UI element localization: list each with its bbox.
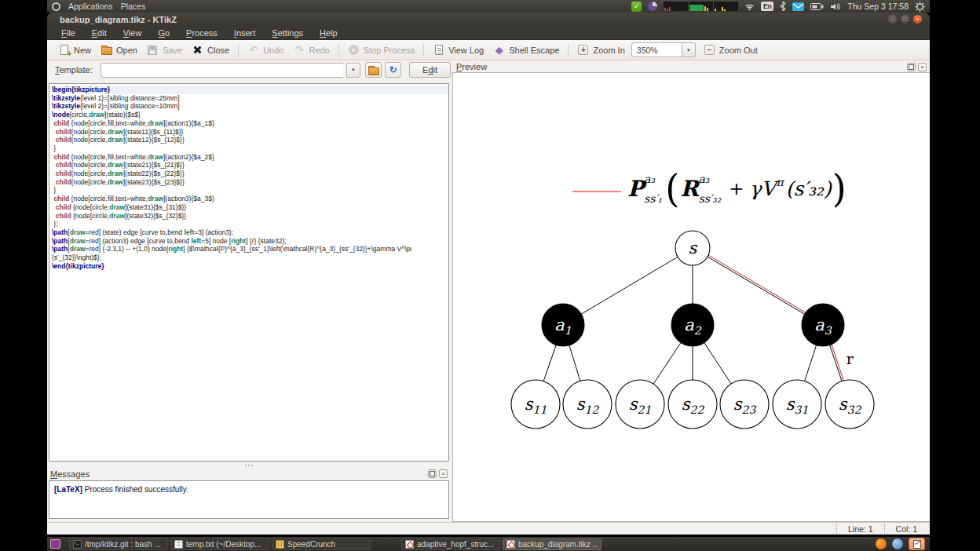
zoom-level-combo[interactable]: 350% xyxy=(631,42,682,57)
open-folder-icon xyxy=(101,44,112,56)
template-reload-button[interactable]: ↻ xyxy=(385,62,401,78)
toolbar: +NewOpenSaveClose↶Undo↷Redo×Stop Process… xyxy=(47,40,930,60)
code-segment: ](state){$s$} xyxy=(104,111,141,119)
zoom-out-button[interactable]: −Zoom Out xyxy=(699,42,762,57)
web-browser-icon[interactable] xyxy=(892,538,903,549)
code-line[interactable]: \path[draw=red] (-2.3,1) -- +(1,0) node[… xyxy=(52,245,448,254)
close-window-button[interactable]: × xyxy=(913,15,922,24)
code-line[interactable]: \tikzstyle{level 2}=[sibling distance=10… xyxy=(52,102,448,111)
code-line[interactable]: child {node[circle,draw](state31){$s_{31… xyxy=(52,203,448,212)
code-line[interactable]: child{node[circle,draw](state12){$s_{12}… xyxy=(52,136,448,144)
code-line[interactable]: child{node[circle,draw](state21){$s_{21}… xyxy=(52,161,448,170)
taskbar-item-label: adaptive_hopf_struc... xyxy=(417,540,494,549)
time-tracker-icon[interactable] xyxy=(648,2,657,11)
code-line[interactable]: child {node[circle,draw](state32){$s_{32… xyxy=(52,212,448,221)
code-segment: {level 2}=[sibling distance=10mm] xyxy=(80,102,180,110)
new-button[interactable]: +New xyxy=(53,42,96,57)
code-line[interactable]: } xyxy=(52,186,448,195)
menu-go[interactable]: Go xyxy=(158,28,170,38)
code-line[interactable]: child {node[circle,fill,text=white,draw]… xyxy=(52,153,448,162)
taskbar-item[interactable]: /tmp/ktikz.git : bash ... xyxy=(69,538,168,550)
menu-settings[interactable]: Settings xyxy=(272,28,303,38)
template-open-button[interactable] xyxy=(365,62,382,78)
taskbar-item[interactable]: temp.txt (~/Desktop... xyxy=(170,538,269,550)
volume-icon[interactable] xyxy=(830,2,841,11)
toolbar-button-label: Save xyxy=(163,46,182,55)
code-segment: child xyxy=(56,178,71,186)
code-line[interactable]: } xyxy=(52,144,448,153)
menu-view[interactable]: View xyxy=(123,28,142,38)
system-monitor-icon[interactable] xyxy=(664,2,738,11)
keyboard-layout-indicator[interactable]: En xyxy=(761,2,773,11)
code-segment: left xyxy=(184,228,194,236)
code-segment: ](state21){$s_{21}$}} xyxy=(123,161,185,169)
code-line[interactable]: \path[draw=red] (action3) edge [curve to… xyxy=(52,237,448,246)
minimize-button[interactable]: – xyxy=(888,15,897,24)
menu-edit[interactable]: Edit xyxy=(92,28,107,38)
tree-edge-a3-s31 xyxy=(805,345,817,381)
bluetooth-icon[interactable] xyxy=(780,2,786,11)
menu-help[interactable]: Help xyxy=(320,28,338,38)
taskbar-item[interactable]: adaptive_hopf_struc... xyxy=(401,538,500,550)
status-ok-icon[interactable]: ✓ xyxy=(631,2,642,12)
status-col: Col: 1 xyxy=(884,523,928,535)
messages-log[interactable]: [LaTeX] Process finished successfully. xyxy=(49,480,449,519)
session-gear-icon[interactable] xyxy=(915,2,925,12)
shell-escape-button[interactable]: ◆Shell Escape xyxy=(488,42,564,57)
code-segment: draw xyxy=(89,111,104,119)
code-line[interactable]: (s'_{32})\right)$}; xyxy=(52,254,448,262)
show-desktop-icon[interactable] xyxy=(50,539,60,549)
template-combo-input[interactable] xyxy=(101,63,343,78)
menu-insert[interactable]: Insert xyxy=(234,28,256,38)
menu-process[interactable]: Process xyxy=(186,28,218,38)
applications-menu[interactable]: Applications xyxy=(68,2,113,11)
code-segment: =red] (state) edge [curve to,bend xyxy=(86,228,185,236)
template-edit-button[interactable]: Edit xyxy=(409,62,451,78)
clock[interactable]: Thu Sep 3 17:58 xyxy=(847,2,909,11)
messages-close-button[interactable]: × xyxy=(439,469,448,478)
close-button[interactable]: Close xyxy=(187,42,234,57)
messages-float-button[interactable] xyxy=(428,469,437,478)
code-segment: left xyxy=(191,237,201,245)
zoom-combo-arrow[interactable]: ▼ xyxy=(682,42,696,57)
code-line[interactable]: \path[draw=red] (state) edge [curve to,b… xyxy=(52,228,448,237)
code-line[interactable]: child {node[circle,fill,text=white,draw]… xyxy=(52,195,448,203)
preview-close-button[interactable]: × xyxy=(918,63,927,71)
places-menu[interactable]: Places xyxy=(121,2,146,11)
code-line[interactable]: \node[circle,draw](state){$s$} xyxy=(52,111,448,119)
ktikz-app-icon[interactable] xyxy=(909,538,925,550)
code-segment: \tikzstyle xyxy=(52,102,80,110)
taskbar-item[interactable]: backup_diagram.tikz ... xyxy=(503,538,602,550)
mail-icon[interactable] xyxy=(792,2,804,11)
preview-canvas[interactable]: Pa₃ss′₁(Ra₃ss′₃₂+γVπ(s′₃₂)) rsa1a2a3s11s… xyxy=(452,72,930,522)
distro-logo-icon[interactable] xyxy=(52,2,60,11)
code-line[interactable]: \tikzstyle{level 1}=[sibling distance=25… xyxy=(52,94,448,103)
open-button[interactable]: Open xyxy=(96,42,142,57)
maximize-button[interactable]: □ xyxy=(901,15,909,24)
menu-file[interactable]: File xyxy=(61,28,75,38)
template-combo-arrow[interactable]: ▼ xyxy=(346,63,360,78)
code-line[interactable]: child{node[circle,draw](state22){$s_{22}… xyxy=(52,170,448,178)
code-line[interactable]: }; xyxy=(52,220,448,228)
view-log-button[interactable]: View Log xyxy=(428,42,488,57)
preview-float-button[interactable] xyxy=(907,63,916,71)
zoom-in-button[interactable]: +Zoom In xyxy=(572,42,629,57)
code-segment: child xyxy=(53,153,69,161)
battery-icon[interactable] xyxy=(810,3,824,10)
code-segment: {node[circle, xyxy=(71,128,108,136)
code-line[interactable]: child{node[circle,draw](state23){$s_{23}… xyxy=(52,178,448,187)
firefox-icon[interactable] xyxy=(876,538,887,549)
title-bar[interactable]: backup_diagram.tikz - KTikZ – □ × xyxy=(47,13,930,26)
code-segment: =3] (action3); xyxy=(194,228,233,236)
code-segment: child xyxy=(56,136,71,144)
code-line[interactable]: child{node[circle,draw](state11){$s_{11}… xyxy=(52,128,448,137)
panel-splitter-handle[interactable] xyxy=(49,462,449,468)
code-line[interactable]: child {node[circle,fill,text=white,draw]… xyxy=(52,119,448,128)
code-editor[interactable]: \begin{tikzpicture}\tikzstyle{level 1}=[… xyxy=(49,83,449,462)
taskbar-item[interactable]: SpeedCrunch xyxy=(272,538,371,550)
code-line[interactable]: \end{tikzpicture} xyxy=(52,262,448,271)
toolbar-button-label: Close xyxy=(207,46,229,55)
desktop: { "top_panel": { "applications_menu": "A… xyxy=(0,0,980,551)
wifi-icon[interactable] xyxy=(744,2,755,10)
code-line[interactable]: \begin{tikzpicture} xyxy=(52,86,448,94)
